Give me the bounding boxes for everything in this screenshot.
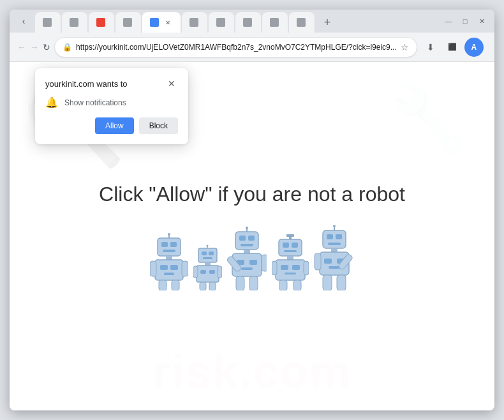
- profile-button[interactable]: A: [464, 38, 484, 57]
- tab-10[interactable]: [289, 12, 315, 33]
- refresh-icon: ↻: [43, 42, 50, 52]
- svg-rect-10: [164, 273, 174, 275]
- tab-favicon: [150, 18, 159, 27]
- svg-rect-13: [159, 280, 167, 290]
- toolbar-icons: ⬇ ⬛ A ⋮: [421, 38, 494, 57]
- robots-illustration: [150, 225, 355, 290]
- svg-rect-67: [324, 259, 332, 264]
- tab-favicon: [123, 18, 132, 27]
- forward-icon: →: [30, 42, 39, 52]
- tab-favicon: [70, 18, 78, 27]
- tab-close-button[interactable]: ✕: [163, 17, 173, 27]
- tab-2[interactable]: [62, 12, 87, 33]
- svg-rect-57: [279, 280, 287, 290]
- svg-point-34: [246, 227, 248, 229]
- back-button[interactable]: ←: [17, 38, 26, 57]
- svg-rect-59: [323, 230, 346, 248]
- svg-rect-41: [262, 255, 267, 271]
- tab-4[interactable]: [115, 12, 141, 33]
- svg-rect-11: [150, 261, 156, 276]
- svg-rect-46: [292, 243, 298, 248]
- notification-popup: yourkinit.com wants to ✕ 🔔 Show notifica…: [35, 68, 188, 144]
- svg-rect-53: [292, 265, 300, 270]
- chevron-left-icon: ‹: [22, 16, 26, 26]
- tab-favicon: [243, 18, 252, 27]
- forward-button[interactable]: →: [30, 38, 39, 57]
- svg-rect-6: [166, 256, 172, 260]
- window-controls: — □ ✕: [441, 13, 494, 29]
- tab-favicon: [297, 18, 306, 27]
- svg-rect-32: [241, 244, 253, 246]
- svg-rect-26: [218, 266, 222, 278]
- svg-rect-3: [163, 250, 175, 252]
- popup-close-button[interactable]: ✕: [165, 77, 178, 90]
- menu-icon: ⋮: [491, 42, 494, 52]
- svg-rect-8: [160, 265, 168, 270]
- refresh-button[interactable]: ↻: [43, 38, 50, 57]
- close-window-button[interactable]: ✕: [474, 13, 489, 29]
- svg-rect-16: [202, 251, 207, 255]
- svg-rect-44: [279, 239, 302, 256]
- minimize-button[interactable]: —: [441, 13, 456, 29]
- svg-rect-22: [196, 266, 219, 282]
- svg-rect-0: [158, 238, 181, 256]
- browser-window: ‹ ✕: [10, 10, 494, 410]
- svg-rect-54: [285, 273, 296, 274]
- robot-2: [193, 244, 222, 290]
- svg-rect-29: [235, 232, 258, 250]
- svg-rect-17: [209, 251, 214, 255]
- tab-7[interactable]: [209, 12, 234, 33]
- svg-rect-58: [293, 280, 301, 290]
- svg-rect-23: [200, 270, 206, 274]
- tab-8[interactable]: [235, 12, 261, 33]
- tab-favicon: [270, 18, 279, 27]
- watermark-text: risk.com: [10, 345, 494, 398]
- svg-rect-35: [244, 250, 250, 253]
- robot-3: [227, 227, 267, 290]
- tab-back-button[interactable]: ‹: [15, 12, 33, 30]
- svg-rect-49: [286, 234, 294, 237]
- tab-favicon: [43, 18, 52, 27]
- svg-rect-51: [276, 260, 305, 280]
- svg-rect-39: [241, 267, 253, 270]
- close-icon: ✕: [168, 79, 175, 89]
- svg-rect-43: [249, 276, 258, 290]
- lock-icon: 🔒: [63, 43, 72, 52]
- svg-rect-12: [182, 261, 188, 276]
- svg-point-64: [333, 225, 336, 227]
- allow-button[interactable]: Allow: [95, 117, 134, 134]
- tab-6[interactable]: [182, 12, 207, 33]
- svg-rect-45: [283, 243, 289, 248]
- bookmark-icon[interactable]: ☆: [401, 42, 409, 52]
- robot-4: [272, 234, 309, 290]
- new-tab-button[interactable]: +: [318, 13, 336, 31]
- robot-1: [150, 233, 188, 290]
- svg-rect-31: [248, 236, 255, 241]
- svg-rect-18: [203, 257, 212, 259]
- popup-permission-row: 🔔 Show notifications: [45, 96, 178, 109]
- popup-header: yourkinit.com wants to ✕: [45, 77, 178, 90]
- main-heading: Click "Allow" if you are not a robot: [99, 183, 405, 206]
- download-icon: ⬇: [427, 42, 434, 52]
- block-button[interactable]: Block: [139, 117, 178, 134]
- download-button[interactable]: ⬇: [421, 38, 440, 57]
- permission-label: Show notifications: [64, 98, 126, 107]
- address-bar[interactable]: 🔒 https://yourkinit.com/UjELOVetZ0MR1AWF…: [54, 37, 417, 57]
- svg-rect-24: [209, 270, 215, 274]
- svg-rect-72: [323, 275, 332, 290]
- tab-3[interactable]: [89, 12, 114, 33]
- url-text: https://yourkinit.com/UjELOVetZ0MR1AWFBq…: [76, 43, 397, 52]
- menu-button[interactable]: ⋮: [486, 38, 494, 57]
- svg-rect-56: [304, 261, 309, 275]
- svg-rect-73: [337, 275, 346, 290]
- svg-point-5: [168, 233, 170, 236]
- maximize-button[interactable]: □: [457, 13, 473, 29]
- tab-9[interactable]: [262, 12, 288, 33]
- svg-rect-62: [328, 243, 341, 245]
- extension-button[interactable]: ⬛: [443, 38, 462, 57]
- tab-favicon: [96, 18, 105, 27]
- tab-1[interactable]: [35, 12, 61, 33]
- page-content: 🔍 risk.com 🔧 yourkinit.com wants to ✕ 🔔 …: [10, 62, 494, 410]
- svg-rect-42: [236, 276, 244, 290]
- tab-active[interactable]: ✕: [142, 12, 181, 33]
